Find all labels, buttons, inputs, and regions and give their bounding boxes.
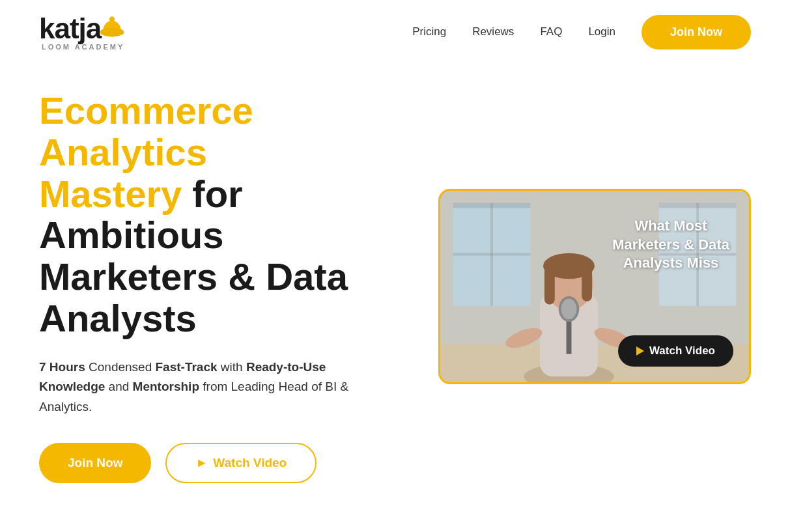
site-header: katja LOOM ACADEMY Pricing Reviews FAQ L… — [0, 0, 790, 64]
nav-reviews[interactable]: Reviews — [472, 25, 514, 38]
video-play-icon — [636, 346, 644, 356]
svg-point-3 — [100, 27, 124, 36]
hero-title-highlight2: Mastery — [39, 173, 192, 215]
watch-video-label-hero: Watch Video — [213, 456, 287, 470]
join-now-button-nav[interactable]: Join Now — [642, 15, 751, 49]
video-card[interactable]: What Most Marketers & Data Analysts Miss… — [438, 189, 751, 384]
svg-point-4 — [111, 14, 114, 17]
join-now-button-hero[interactable]: Join Now — [39, 443, 151, 483]
svg-point-23 — [561, 299, 577, 320]
watch-video-button-hero[interactable]: ► Watch Video — [165, 443, 317, 483]
hero-desc-hours: 7 Hours — [39, 360, 85, 374]
hero-desc-fasttrack: Fast-Track — [156, 360, 218, 374]
hero-description: 7 Hours Condensed Fast-Track with Ready-… — [39, 357, 412, 417]
hero-content: Ecommerce Analytics Mastery for Ambitiou… — [39, 90, 412, 483]
main-nav: Pricing Reviews FAQ Login Join Now — [412, 15, 751, 49]
hero-desc-mentorship: Mentorship — [133, 380, 199, 393]
logo-text: katja — [39, 14, 101, 43]
play-icon-hero: ► — [195, 456, 208, 470]
hero-title: Ecommerce Analytics Mastery for Ambitiou… — [39, 90, 412, 339]
video-background: What Most Marketers & Data Analysts Miss… — [440, 191, 749, 382]
svg-rect-20 — [582, 266, 592, 301]
video-card-container: What Most Marketers & Data Analysts Miss… — [438, 189, 751, 384]
video-watch-label: Watch Video — [649, 344, 715, 357]
nav-pricing[interactable]: Pricing — [412, 25, 446, 38]
hero-section: Ecommerce Analytics Mastery for Ambitiou… — [0, 64, 790, 522]
hero-desc-and: and — [105, 380, 132, 393]
video-watch-button[interactable]: Watch Video — [618, 335, 733, 367]
nav-faq[interactable]: FAQ — [540, 25, 562, 38]
logo-hat-icon — [98, 13, 126, 40]
hero-cta-buttons: Join Now ► Watch Video — [39, 443, 412, 483]
logo-subtitle: LOOM ACADEMY — [42, 43, 124, 51]
hero-desc-with: with — [218, 360, 246, 374]
hero-desc-condensed: Condensed — [85, 360, 156, 374]
nav-login[interactable]: Login — [588, 25, 615, 38]
logo[interactable]: katja LOOM ACADEMY — [39, 13, 126, 51]
svg-rect-9 — [453, 253, 531, 256]
video-overlay-title: What Most Marketers & Data Analysts Miss — [606, 217, 736, 273]
svg-rect-19 — [544, 266, 555, 304]
